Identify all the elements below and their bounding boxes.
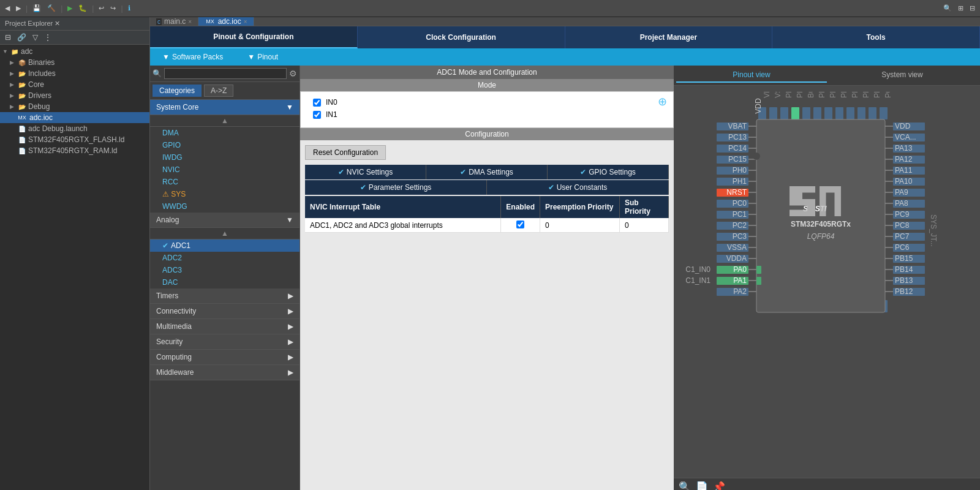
pinout-area: Pinout view System view bbox=[674, 66, 980, 490]
svg-text:BOOT0: BOOT0 bbox=[807, 92, 815, 98]
tab-adc-ioc-close[interactable]: × bbox=[244, 18, 247, 25]
cat-header-system-core[interactable]: System Core ▼ bbox=[150, 100, 300, 115]
zoom-in-icon[interactable]: 🔍 bbox=[679, 481, 691, 490]
pe-filter-btn[interactable]: ▽ bbox=[30, 32, 40, 43]
zoom-out-icon[interactable]: 📄 bbox=[696, 481, 708, 490]
tree-item-includes[interactable]: ▶ 📂 Includes bbox=[0, 68, 149, 79]
svg-rect-109 bbox=[858, 107, 865, 119]
tree-item-adc[interactable]: ▼ 📁 adc bbox=[0, 46, 149, 57]
cat-item-sys[interactable]: ⚠ SYS bbox=[150, 188, 300, 200]
svg-text:PC0: PC0 bbox=[733, 199, 747, 208]
cat-item-adc3[interactable]: ADC3 bbox=[150, 264, 300, 276]
cat-item-dma[interactable]: DMA bbox=[150, 127, 300, 139]
mode-expand-btn[interactable]: ⊕ bbox=[658, 95, 667, 108]
settings-tab-nvic[interactable]: ✔ NVIC Settings bbox=[305, 165, 426, 179]
in1-checkbox[interactable] bbox=[313, 111, 321, 119]
cat-section-computing: Computing ▶ bbox=[150, 350, 300, 365]
tree-label-launch: adc Debug.launch bbox=[28, 124, 88, 133]
tab-system-view[interactable]: System view bbox=[827, 68, 978, 83]
filter-tab-categories[interactable]: Categories bbox=[153, 85, 202, 97]
reset-config-button[interactable]: Reset Configuration bbox=[305, 145, 386, 160]
pe-tree: ▼ 📁 adc ▶ 📦 Binaries ▶ 📂 Includes ▶ 📂 Co… bbox=[0, 45, 149, 490]
tab-pinout-view[interactable]: Pinout view bbox=[676, 68, 827, 83]
cat-item-adc1[interactable]: ✔ ADC1 bbox=[150, 239, 300, 252]
tree-label-adc: adc bbox=[21, 47, 32, 56]
sub-nav-pinout[interactable]: ▼ Pinout bbox=[235, 53, 290, 61]
search-input[interactable] bbox=[164, 68, 287, 79]
tree-item-flash-ld[interactable]: 📄 STM32F405RGTX_FLASH.ld bbox=[0, 134, 149, 145]
config-nav-project[interactable]: Project Manager bbox=[565, 26, 773, 48]
analog-up-arrow[interactable]: ▲ bbox=[150, 228, 300, 239]
tab-main-c[interactable]: c main.c × bbox=[150, 17, 198, 26]
settings-tab-param[interactable]: ✔ Parameter Settings bbox=[305, 180, 487, 195]
toolbar-redo[interactable]: ↪ bbox=[108, 3, 118, 13]
svg-text:PB14: PB14 bbox=[895, 265, 913, 274]
svg-rect-143 bbox=[756, 277, 761, 285]
th-sub-priority: Sub Priority bbox=[620, 196, 669, 218]
sub-nav-software-packs[interactable]: ▼ Software Packs bbox=[150, 53, 235, 61]
pe-link-btn[interactable]: 🔗 bbox=[15, 32, 29, 43]
cat-item-nvic[interactable]: NVIC bbox=[150, 164, 300, 176]
gpio-tab-label: GPIO Settings bbox=[589, 168, 636, 176]
toolbar-search[interactable]: 🔍 bbox=[941, 3, 954, 13]
in0-checkbox[interactable] bbox=[313, 99, 321, 107]
mx-tab-icon: MX bbox=[205, 18, 216, 24]
toolbar-build[interactable]: 🔨 bbox=[45, 3, 58, 13]
cat-header-multimedia[interactable]: Multimedia ▶ bbox=[150, 319, 300, 334]
config-nav-clock[interactable]: Clock Configuration bbox=[358, 26, 565, 48]
toolbar-info[interactable]: ℹ bbox=[126, 3, 133, 13]
config-nav-pinout[interactable]: Pinout & Configuration bbox=[150, 26, 358, 48]
toolbar-undo[interactable]: ↩ bbox=[96, 3, 107, 13]
filter-tab-az[interactable]: A->Z bbox=[204, 85, 233, 97]
tab-adc-ioc[interactable]: MX adc.ioc × bbox=[198, 17, 254, 26]
toolbar-back[interactable]: ◀ bbox=[2, 3, 12, 13]
cat-item-adc2[interactable]: ADC2 bbox=[150, 252, 300, 264]
tree-item-debug[interactable]: ▶ 📂 Debug bbox=[0, 101, 149, 112]
config-section-label: Configuration bbox=[465, 130, 508, 138]
svg-rect-101 bbox=[769, 107, 777, 119]
tab-main-c-close[interactable]: × bbox=[188, 18, 192, 25]
pe-collapse-btn[interactable]: ⊟ bbox=[2, 32, 13, 43]
cat-header-analog[interactable]: Analog ▼ bbox=[150, 213, 300, 228]
cat-header-middleware[interactable]: Middleware ▶ bbox=[150, 365, 300, 380]
cat-header-timers[interactable]: Timers ▶ bbox=[150, 288, 300, 304]
toolbar-layout[interactable]: ⊞ bbox=[956, 3, 966, 13]
warning-icon-sys: ⚠ bbox=[162, 190, 169, 198]
settings-tab-user-const[interactable]: ✔ User Constants bbox=[487, 180, 669, 195]
tree-item-drivers[interactable]: ▶ 📂 Drivers bbox=[0, 90, 149, 101]
cat-item-wwdg[interactable]: WWDG bbox=[150, 200, 300, 213]
expand-arrow-drivers: ▶ bbox=[10, 92, 17, 99]
interrupt-enabled-checkbox[interactable] bbox=[516, 221, 524, 228]
interrupt-enabled[interactable] bbox=[501, 218, 540, 233]
toolbar-window[interactable]: ⊟ bbox=[967, 3, 978, 13]
cat-header-connectivity[interactable]: Connectivity ▶ bbox=[150, 304, 300, 319]
tree-item-launch[interactable]: 📄 adc Debug.launch bbox=[0, 123, 149, 134]
toolbar-run[interactable]: ▶ bbox=[65, 3, 75, 13]
gear-icon[interactable]: ⚙ bbox=[289, 69, 297, 78]
gpio-check-icon: ✔ bbox=[580, 168, 586, 176]
cat-item-iwdg[interactable]: IWDG bbox=[150, 151, 300, 164]
tree-item-ram-ld[interactable]: 📄 STM32F405RGTX_RAM.ld bbox=[0, 145, 149, 156]
in1-label: IN1 bbox=[326, 110, 337, 119]
toolbar-debug[interactable]: 🐛 bbox=[76, 3, 89, 13]
cat-header-security[interactable]: Security ▶ bbox=[150, 334, 300, 350]
interrupt-sub: 0 bbox=[620, 218, 669, 233]
tree-item-binaries[interactable]: ▶ 📦 Binaries bbox=[0, 57, 149, 68]
toolbar-save[interactable]: 💾 bbox=[30, 3, 43, 13]
cat-item-gpio[interactable]: GPIO bbox=[150, 139, 300, 151]
toolbar-forward[interactable]: ▶ bbox=[13, 3, 23, 13]
tree-item-adc-ioc[interactable]: MX adc.ioc bbox=[0, 112, 149, 123]
tree-item-core[interactable]: ▶ 📂 Core bbox=[0, 79, 149, 90]
pin-list-icon[interactable]: 📌 bbox=[713, 481, 725, 490]
pe-menu-btn[interactable]: ⋮ bbox=[42, 32, 54, 43]
config-nav-tools[interactable]: Tools bbox=[772, 26, 980, 48]
cat-header-computing[interactable]: Computing ▶ bbox=[150, 350, 300, 365]
system-core-up-arrow[interactable]: ▲ bbox=[150, 115, 300, 127]
svg-text:PB13: PB13 bbox=[895, 276, 913, 285]
svg-text:PH0: PH0 bbox=[733, 166, 747, 175]
settings-tab-dma[interactable]: ✔ DMA Settings bbox=[426, 165, 548, 179]
cat-item-rcc[interactable]: RCC bbox=[150, 176, 300, 188]
cat-item-dac[interactable]: DAC bbox=[150, 276, 300, 288]
settings-tab-gpio[interactable]: ✔ GPIO Settings bbox=[548, 165, 669, 179]
svg-text:VDDA: VDDA bbox=[726, 254, 747, 263]
